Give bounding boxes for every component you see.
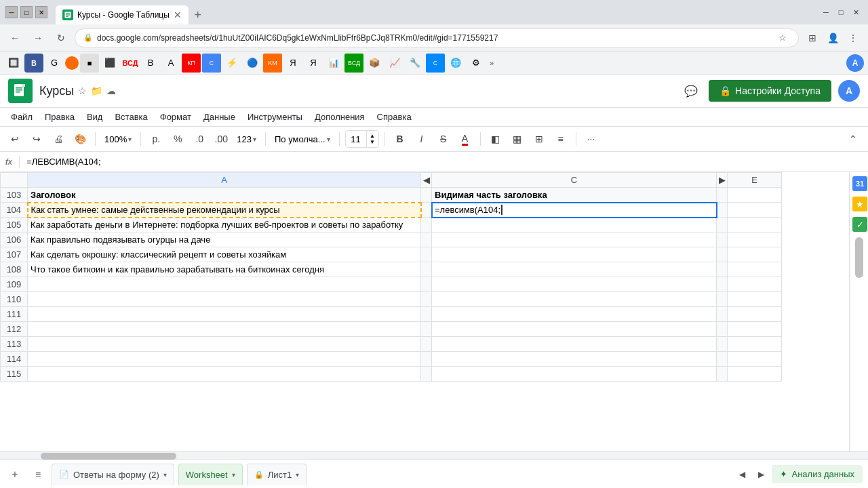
win-minimize-icon[interactable]: ─ [819, 5, 833, 19]
align-btn[interactable]: ≡ [551, 129, 570, 148]
row-number[interactable]: 110 [1, 292, 28, 307]
cell-e[interactable] [728, 247, 782, 262]
sheet-tab-list1-arrow[interactable]: ▾ [296, 471, 299, 479]
cell-e[interactable] [728, 277, 782, 292]
share-btn[interactable]: 🔒 Настройки Доступа [709, 80, 831, 102]
decimal-more-btn[interactable]: .00 [212, 129, 231, 148]
cell-a[interactable] [28, 307, 421, 322]
cell-e[interactable] [728, 218, 782, 232]
italic-btn[interactable]: I [412, 129, 431, 148]
col-arrow-right[interactable]: ▶ [717, 173, 728, 188]
cell-c[interactable] [432, 367, 717, 382]
tab-close-btn[interactable]: ✕ [174, 9, 182, 20]
ext-icon-23[interactable]: ⚙ [467, 54, 486, 73]
cell-c[interactable] [432, 292, 717, 307]
more-options-btn[interactable]: ··· [582, 129, 601, 148]
sheet-list-btn[interactable]: ≡ [28, 465, 47, 484]
row-number[interactable]: 114 [1, 352, 28, 367]
row-number[interactable]: 113 [1, 337, 28, 352]
redo-btn[interactable]: ↪ [27, 129, 46, 148]
menu-file[interactable]: Файл [5, 109, 38, 125]
cloud-icon[interactable]: ☁ [106, 85, 116, 96]
menu-addons[interactable]: Дополнения [309, 109, 370, 125]
sheet-tab-form[interactable]: 📄 Ответы на форму (2) ▾ [52, 464, 174, 485]
cell-c[interactable] [432, 322, 717, 337]
back-btn[interactable]: ← [5, 28, 24, 47]
ext-icon-8[interactable]: А [161, 54, 180, 73]
col-arrow-left[interactable]: ◀ [421, 173, 432, 188]
forward-btn[interactable]: → [28, 28, 47, 47]
merge-btn[interactable]: ⊞ [530, 129, 549, 148]
ext-icon-5[interactable]: ■ [80, 54, 99, 73]
sheet-tab-worksheet[interactable]: Worksheet ▾ [178, 464, 243, 485]
extensions-more-btn[interactable]: » [487, 59, 496, 67]
ext-icon-12[interactable]: 🔵 [243, 54, 262, 73]
paint-format-btn[interactable]: 🎨 [71, 129, 90, 148]
cell-e[interactable] [728, 292, 782, 307]
bookmark-icon[interactable]: ☆ [775, 30, 790, 45]
ext-icon-11[interactable]: ⚡ [222, 54, 241, 73]
cell-a[interactable] [28, 322, 421, 337]
horizontal-scrollbar[interactable] [0, 451, 868, 460]
active-tab[interactable]: Курсы - Google Таблицы ✕ [56, 5, 189, 24]
cell-e[interactable] [728, 367, 782, 382]
font-size-arrows[interactable]: ▲ ▼ [366, 131, 378, 147]
row-number[interactable]: 105 [1, 218, 28, 232]
cell-c[interactable] [432, 337, 717, 352]
currency-btn[interactable]: р. [146, 129, 165, 148]
col-header-a[interactable]: A [28, 173, 421, 188]
new-tab-btn[interactable]: + [189, 5, 208, 24]
cell-e[interactable] [728, 352, 782, 367]
cell-a[interactable]: Как правильно подвязывать огурцы на даче [28, 232, 421, 247]
cell-c[interactable] [432, 277, 717, 292]
cell-c[interactable]: Видимая часть заголовка [432, 188, 717, 203]
user-avatar[interactable]: A [838, 80, 860, 102]
cell-c[interactable] [432, 307, 717, 322]
borders-btn[interactable]: ▦ [508, 129, 527, 148]
cell-a[interactable] [28, 292, 421, 307]
ext-icon-6[interactable]: ⬛ [100, 54, 119, 73]
decimal-less-btn[interactable]: .0 [190, 129, 209, 148]
cell-c[interactable] [432, 352, 717, 367]
fill-color-btn[interactable]: ◧ [486, 129, 505, 148]
formula-input[interactable] [26, 157, 863, 167]
menu-help[interactable]: Справка [372, 109, 417, 125]
menu-tools[interactable]: Инструменты [242, 109, 308, 125]
ext-icon-7[interactable]: В [141, 54, 160, 73]
win-close-icon[interactable]: ✕ [849, 5, 863, 19]
grid-scroll[interactable]: A ◀ C ▶ E 103ЗаголовокВидимая часть заго… [0, 172, 849, 451]
menu-edit[interactable]: Правка [39, 109, 80, 125]
menu-view[interactable]: Вид [81, 109, 108, 125]
print-btn[interactable]: 🖨 [49, 129, 68, 148]
comment-btn[interactable]: 💬 [680, 80, 702, 102]
font-size-input[interactable] [346, 134, 366, 144]
menu-insert[interactable]: Вставка [109, 109, 153, 125]
cell-e[interactable] [728, 188, 782, 203]
menu-format[interactable]: Формат [155, 109, 197, 125]
col-header-c[interactable]: C [432, 173, 717, 188]
cell-a[interactable] [28, 352, 421, 367]
row-number[interactable]: 106 [1, 232, 28, 247]
ext-icon-21[interactable]: C [426, 54, 445, 73]
cell-a[interactable] [28, 337, 421, 352]
ext-icon-9[interactable]: КП [182, 54, 201, 73]
user-avatar-ext[interactable]: A [846, 54, 864, 72]
row-number[interactable]: 115 [1, 367, 28, 382]
menu-data[interactable]: Данные [198, 109, 241, 125]
sheet-tab-form-arrow[interactable]: ▾ [163, 471, 167, 479]
calendar-indicator[interactable]: 31 [852, 176, 867, 191]
percent-btn[interactable]: % [168, 129, 187, 148]
cell-e[interactable] [728, 262, 782, 277]
row-number[interactable]: 103 [1, 188, 28, 203]
window-controls[interactable]: ─ □ ✕ [5, 6, 47, 18]
ext-icon-18[interactable]: 📦 [365, 54, 384, 73]
reload-btn[interactable]: ↻ [52, 28, 71, 47]
ext-icon-1[interactable]: 🔲 [4, 54, 23, 73]
zoom-select[interactable]: 100% ▾ [101, 130, 135, 148]
cell-a[interactable]: Как заработать деньги в Интернете: подбо… [28, 218, 421, 232]
ext-icon-17[interactable]: ВСД [344, 54, 363, 73]
row-number[interactable]: 109 [1, 277, 28, 292]
ext-icon-22[interactable]: 🌐 [446, 54, 465, 73]
cell-c[interactable] [432, 218, 717, 232]
collapse-toolbar-btn[interactable]: ⌃ [844, 129, 863, 148]
